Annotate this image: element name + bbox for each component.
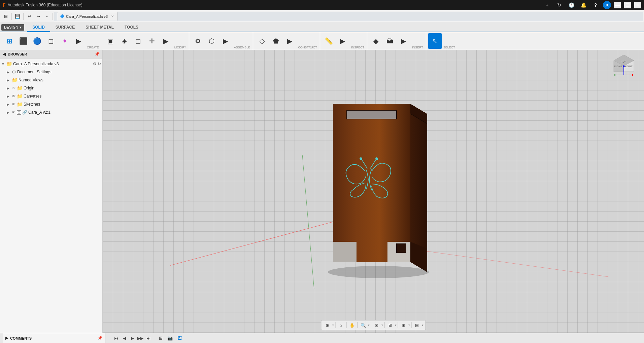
move-btn[interactable]: ✛ — [145, 33, 159, 49]
more-modify-btn[interactable]: ▶ — [159, 33, 173, 49]
vp-sep-5 — [384, 322, 385, 328]
zoom-in-btn[interactable]: 🔍 — [359, 321, 367, 329]
tab-sheet-metal[interactable]: SHEET METAL — [80, 24, 119, 32]
comments-pin-btn[interactable]: 📌 — [98, 336, 102, 340]
named-views-arrow[interactable]: ▶ — [7, 78, 11, 82]
plane-btn[interactable]: ◇ — [255, 33, 269, 49]
timeline-area: ⏮ ◀ ▶ ▶▶ ⏭ ⊞ 📷 🖼 — [109, 335, 641, 342]
sweep-btn[interactable]: ◻ — [44, 33, 58, 49]
tree-item-cara-a[interactable]: ▶ 👁 □ 🔗 Cara_A v2:1 — [0, 108, 102, 116]
inspect-label: INSPECT — [350, 45, 366, 50]
maximize-btn[interactable]: ☐ — [624, 2, 631, 8]
grid-menu-btn[interactable]: ⊞ — [1, 12, 10, 21]
doc-tab-close[interactable]: ✕ — [111, 14, 114, 18]
save-btn[interactable]: 💾 — [13, 12, 22, 21]
press-pull-btn[interactable]: ▣ — [104, 33, 117, 49]
timeline-view-btn[interactable]: 🖼 — [175, 335, 183, 342]
grid-btn[interactable]: ⊞ — [400, 321, 408, 329]
decal-btn[interactable]: 🏔 — [383, 33, 397, 49]
root-arrow[interactable]: ▼ — [1, 62, 5, 66]
skip-start-btn[interactable]: ⏮ — [113, 335, 120, 342]
tree-item-named-views[interactable]: ▶ 📁 Named Views — [0, 76, 102, 84]
tree-item-origin[interactable]: ▶ 👁 📁 Origin — [0, 84, 102, 92]
sketches-eye[interactable]: 👁 — [12, 102, 16, 107]
sketches-icon: 📁 — [17, 102, 23, 107]
add-btn[interactable]: + — [542, 0, 552, 10]
measure-btn[interactable]: 📏 — [322, 33, 336, 49]
canvases-eye[interactable]: 👁 — [12, 94, 16, 99]
assemble-label: ASSEMBLE — [233, 45, 252, 50]
tab-tools[interactable]: TOOLS — [119, 24, 144, 32]
tab-solid[interactable]: SOLID — [27, 24, 50, 32]
timeline-camera-btn[interactable]: 📷 — [166, 335, 174, 342]
more-assemble-btn[interactable]: ▶ — [219, 33, 232, 49]
svg-point-9 — [360, 158, 362, 160]
profile-btn[interactable]: CC — [603, 1, 611, 9]
home-btn[interactable]: ⌂ — [337, 321, 345, 329]
minimize-btn[interactable]: — — [614, 2, 621, 8]
more-insert-btn[interactable]: ▶ — [397, 33, 410, 49]
doc-tab-active[interactable]: 🔷 Cara_A Personalizada v3 ✕ — [57, 12, 117, 21]
new-component-btn[interactable]: ⊞ — [3, 33, 16, 49]
timeline-settings-btn[interactable]: ⊞ — [157, 335, 165, 342]
select-btn[interactable]: ↖ — [428, 33, 442, 49]
cara-a-eye[interactable]: 👁 — [12, 110, 16, 115]
shell-btn[interactable]: ◻ — [132, 33, 145, 49]
redo-btn[interactable]: ↪ — [34, 12, 42, 21]
viewport-bottom-controls: ⊕ ▾ ⌂ ✋ 🔍 ▾ ⊡ ▾ 🖥 ▾ ⊞ ▾ ⊟ ▾ — [321, 320, 426, 330]
more-inspect-btn[interactable]: ▶ — [336, 33, 349, 49]
help-btn[interactable]: ? — [591, 0, 600, 10]
axis-btn[interactable]: ⬟ — [269, 33, 282, 49]
bottom-panel: ▶ COMMENTS 📌 ⏮ ◀ ▶ ▶▶ ⏭ ⊞ 📷 🖼 — [0, 333, 644, 343]
more-history-btn[interactable]: ▾ — [42, 12, 51, 21]
tree-item-sketches[interactable]: ▶ 👁 📁 Sketches — [0, 100, 102, 108]
joint2-btn[interactable]: ⬡ — [205, 33, 218, 49]
svg-rect-15 — [397, 244, 406, 253]
vp-sep-4 — [371, 322, 371, 328]
pan-btn[interactable]: ✋ — [348, 321, 356, 329]
next-btn[interactable]: ▶▶ — [137, 335, 144, 342]
doc-settings-arrow[interactable]: ▶ — [7, 70, 11, 74]
revolve-btn[interactable]: 🔵 — [30, 33, 44, 49]
play-btn[interactable]: ▶ — [129, 335, 136, 342]
display-mode-btn[interactable]: 🖥 — [386, 321, 394, 329]
cara-a-arrow[interactable]: ▶ — [7, 111, 11, 114]
undo-btn[interactable]: ↩ — [25, 12, 34, 21]
viewport[interactable]: FRONT RIGHT TOP ⊕ ▾ ⌂ ✋ 🔍 ▾ — [103, 50, 644, 333]
extrude-btn[interactable]: ⬛ — [16, 33, 30, 49]
tree-item-canvases[interactable]: ▶ 👁 📁 Canvases — [0, 92, 102, 100]
more-create-btn[interactable]: ▶ — [72, 33, 85, 49]
zoom-fit-btn[interactable]: ⊡ — [373, 321, 381, 329]
orbit-btn[interactable]: ⊕ — [324, 321, 332, 329]
comments-expand-btn[interactable]: ▶ — [5, 336, 8, 340]
root-settings-icon[interactable]: ⚙ — [93, 62, 97, 66]
svg-text:RIGHT: RIGHT — [614, 65, 622, 68]
tab-surface[interactable]: SURFACE — [50, 24, 80, 32]
view-cube[interactable]: FRONT RIGHT TOP — [610, 53, 637, 80]
browser-pin-btn[interactable]: 📌 — [95, 52, 100, 56]
svg-rect-12 — [333, 242, 357, 262]
joint-btn[interactable]: ⚙ — [191, 33, 205, 49]
origin-eye[interactable]: 👁 — [12, 86, 16, 90]
origin-arrow[interactable]: ▶ — [7, 86, 11, 90]
prev-btn[interactable]: ◀ — [121, 335, 128, 342]
root-refresh-icon[interactable]: ↻ — [98, 62, 101, 66]
fillet-btn[interactable]: ◈ — [118, 33, 131, 49]
design-dropdown[interactable]: DESIGN ▾ — [1, 24, 24, 31]
bell-btn[interactable]: 🔔 — [579, 0, 588, 10]
clock-btn[interactable]: 🕐 — [567, 0, 576, 10]
main-area: ◀ BROWSER 📌 ▼ 📁 Cara_A Personalizada v3 … — [0, 50, 644, 333]
close-btn[interactable]: ✕ — [634, 2, 641, 8]
view-mode-btn[interactable]: ⊟ — [413, 321, 421, 329]
more-construct-btn[interactable]: ▶ — [283, 33, 296, 49]
insert-mesh-btn[interactable]: ◆ — [369, 33, 383, 49]
browser-collapse-btn[interactable]: ◀ — [3, 52, 6, 56]
skip-end-btn[interactable]: ⏭ — [145, 335, 152, 342]
refresh-btn[interactable]: ↻ — [554, 0, 564, 10]
canvases-arrow[interactable]: ▶ — [7, 94, 11, 98]
loft-btn[interactable]: ✦ — [58, 33, 71, 49]
browser-title: BROWSER — [8, 52, 93, 56]
tree-item-doc-settings[interactable]: ▶ ⚙ Document Settings — [0, 68, 102, 76]
tree-item-root[interactable]: ▼ 📁 Cara_A Personalizada v3 ⚙ ↻ — [0, 60, 102, 68]
sketches-arrow[interactable]: ▶ — [7, 103, 11, 106]
